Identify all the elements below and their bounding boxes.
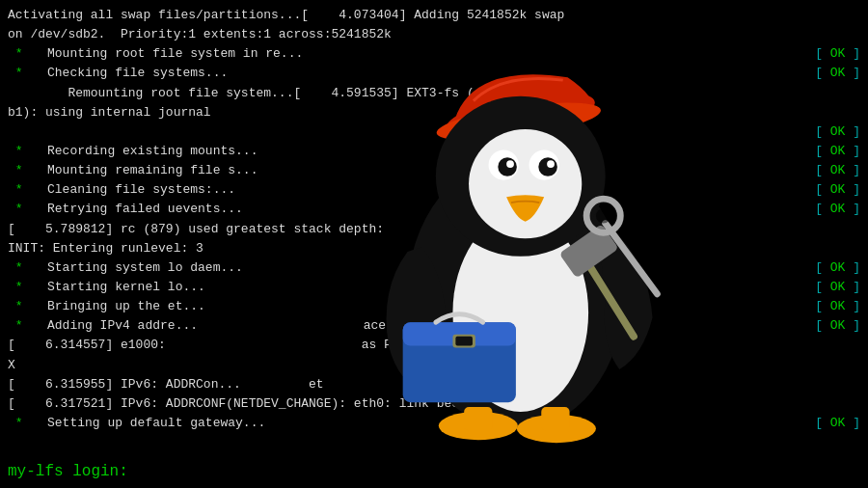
login-prompt: my-lfs login:: [8, 463, 128, 480]
terminal-line: * Adding IPv4 addre... ace... [ OK ]: [8, 316, 860, 336]
terminal-line: [ 5.789812] rc (879) used greatest stack…: [8, 220, 860, 239]
terminal-line: * Retrying failed uevents... [ OK ]: [8, 200, 860, 219]
terminal-line: b1): using internal journal: [8, 103, 860, 122]
terminal-line: [ OK ]: [8, 122, 860, 142]
ok-badge: [ OK ]: [815, 161, 860, 180]
ok-badge: [ OK ]: [815, 414, 860, 433]
ok-badge: [ OK ]: [815, 297, 860, 316]
ok-badge: [ OK ]: [815, 180, 860, 200]
terminal-line: [ 6.317521] IPv6: ADDRCONF(NETDEV_CHANGE…: [8, 394, 860, 414]
terminal-line: [ 6.315955] IPv6: ADDRCon... et is not r…: [8, 375, 860, 394]
ok-badge: [ OK ]: [815, 316, 860, 336]
ok-badge: [ OK ]: [815, 142, 860, 161]
terminal-line: * Cleaning file systems:... [ OK ]: [8, 180, 860, 200]
terminal-line: Remounting root file system...[ 4.591535…: [8, 84, 860, 103]
ok-badge: [ OK ]: [815, 278, 860, 297]
terminal-line: * Mounting remaining file s... [ OK ]: [8, 161, 860, 180]
terminal-line: * Checking file systems... [ OK ]: [8, 64, 860, 83]
ok-badge: [ OK ]: [815, 200, 860, 219]
terminal-line: on /dev/sdb2. Priority:1 extents:1 acros…: [8, 25, 860, 44]
ok-badge: [ OK ]: [815, 258, 860, 278]
terminal-line: INIT: Entering runlevel: 3: [8, 239, 860, 258]
terminal-output: Activating all swap files/partitions...[…: [0, 0, 868, 488]
terminal-line: * Recording existing mounts... [ OK ]: [8, 142, 860, 161]
terminal-line: * Mounting root file system in re... [ O…: [8, 44, 860, 64]
ok-badge: [ OK ]: [815, 64, 860, 83]
ok-badge: [ OK ]: [815, 44, 860, 64]
terminal-line: * Starting kernel lo... [ OK ]: [8, 278, 860, 297]
terminal-line: X: [8, 356, 860, 375]
terminal-line: [ 6.314557] e1000: as Full Duplex, Flow …: [8, 336, 860, 355]
ok-badge: [ OK ]: [815, 122, 860, 142]
terminal-line: * Bringing up the et... [ OK ]: [8, 297, 860, 316]
terminal-line: * Setting up default gateway... [ OK ]: [8, 414, 860, 433]
terminal-line: Activating all swap files/partitions...[…: [8, 6, 860, 25]
terminal-line: * Starting system lo daem... [ OK ]: [8, 258, 860, 278]
